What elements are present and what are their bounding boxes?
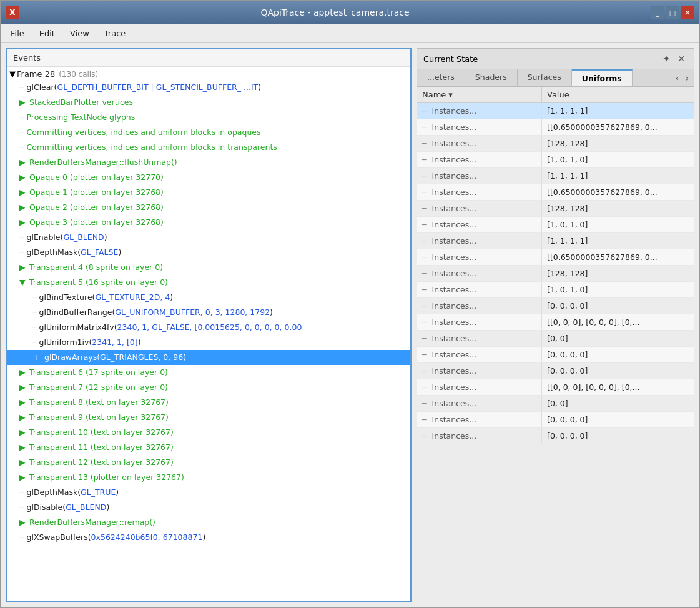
- row-name: ─Instances...: [417, 184, 542, 200]
- list-item[interactable]: ▶ RenderBuffersManager::flushUnmap(): [7, 155, 410, 170]
- row-name: ─Instances...: [417, 331, 542, 346]
- table-row[interactable]: ─Instances... [1, 0, 1, 0]: [417, 282, 694, 298]
- list-item[interactable]: ─ glClear(GL_DEPTH_BUFFER_BIT | GL_STENC…: [7, 80, 410, 95]
- row-value: [0, 0, 0, 0]: [542, 428, 694, 444]
- list-item[interactable]: ▶ Transparent 7 (12 sprite on layer 0): [7, 380, 410, 395]
- row-name: ─Instances...: [417, 282, 542, 297]
- titlebar: X QApiTrace - apptest_camera.trace _ □ ✕: [1, 1, 699, 24]
- row-name: ─Instances...: [417, 217, 542, 232]
- table-row[interactable]: ─Instances... [128, 128]: [417, 201, 694, 217]
- list-item[interactable]: ▶ StackedBarPlotter vertices: [7, 95, 410, 110]
- list-item[interactable]: ─ glBindBufferRange(GL_UNIFORM_BUFFER, 0…: [7, 305, 410, 320]
- table-row[interactable]: ─Instances... [1, 1, 1, 1]: [417, 233, 694, 249]
- row-value: [128, 128]: [542, 136, 694, 151]
- table-row[interactable]: ─Instances... [0, 0, 0, 0]: [417, 428, 694, 444]
- list-item[interactable]: ─ Committing vertices, indices and unifo…: [7, 140, 410, 155]
- list-item[interactable]: ─ glXSwapBuffers(0x5624240b65f0, 6710887…: [7, 530, 410, 545]
- list-item[interactable]: ▶ Transparent 6 (17 sprite on layer 0): [7, 365, 410, 380]
- tab-next-button[interactable]: ›: [683, 72, 691, 84]
- menu-file[interactable]: File: [3, 26, 32, 41]
- list-item[interactable]: ▼ Transparent 5 (16 sprite on layer 0): [7, 275, 410, 290]
- list-item[interactable]: ▶ Transparent 11 (text on layer 32767): [7, 440, 410, 455]
- menu-edit[interactable]: Edit: [32, 26, 62, 41]
- window-controls: _ □ ✕: [651, 6, 694, 19]
- tab-shaders[interactable]: Shaders: [465, 69, 518, 86]
- list-item[interactable]: ▶ Opaque 1 (plotter on layer 32768): [7, 185, 410, 200]
- row-value: [0, 0, 0, 0]: [542, 363, 694, 379]
- settings-icon[interactable]: ✦: [660, 52, 673, 65]
- list-item[interactable]: ─ glUniformMatrix4fv(2340, 1, GL_FALSE, …: [7, 320, 410, 335]
- menu-view[interactable]: View: [62, 26, 97, 41]
- table-row[interactable]: ─Instances... [1, 0, 1, 0]: [417, 217, 694, 233]
- table-row[interactable]: ─Instances... [128, 128]: [417, 136, 694, 152]
- content-area: Events ▼ Frame 28 (130 calls) ─ glClear(…: [1, 43, 699, 607]
- app-icon: X: [6, 6, 19, 19]
- table-row[interactable]: ─Instances... [0, 0, 0, 0]: [417, 412, 694, 428]
- tab-prev-button[interactable]: ‹: [673, 72, 682, 84]
- list-item[interactable]: ─ Committing vertices, indices and unifo…: [7, 125, 410, 140]
- list-item-selected[interactable]: i glDrawArrays(GL_TRIANGLES, 0, 96): [7, 350, 410, 365]
- state-panel-title: Current State: [423, 54, 478, 64]
- maximize-button[interactable]: □: [666, 6, 679, 19]
- table-row[interactable]: ─Instances... [1, 1, 1, 1]: [417, 168, 694, 184]
- table-row[interactable]: ─Instances... [0, 0, 0, 0]: [417, 298, 694, 314]
- list-item[interactable]: ▶ Transparent 4 (8 sprite on layer 0): [7, 260, 410, 275]
- close-button[interactable]: ✕: [681, 6, 694, 19]
- window-title: QApiTrace - apptest_camera.trace: [24, 7, 646, 17]
- row-name: ─Instances...: [417, 266, 542, 281]
- state-panel-controls: ✦ ✕: [660, 52, 688, 65]
- table-row[interactable]: ─Instances... [[0, 0, 0], [0, 0, 0], [0,…: [417, 379, 694, 396]
- list-item[interactable]: ─ glDepthMask(GL_FALSE): [7, 245, 410, 260]
- row-value: [0, 0, 0, 0]: [542, 412, 694, 427]
- list-item[interactable]: ─ glDisable(GL_BLEND): [7, 500, 410, 515]
- sort-icon: ▾: [448, 90, 453, 99]
- table-row[interactable]: ─Instances... [1, 0, 1, 0]: [417, 152, 694, 168]
- list-item[interactable]: ─ glBindTexture(GL_TEXTURE_2D, 4): [7, 290, 410, 305]
- tab-parameters[interactable]: ...eters: [417, 69, 465, 86]
- events-list[interactable]: ▼ Frame 28 (130 calls) ─ glClear(GL_DEPT…: [7, 67, 410, 601]
- events-panel: Events ▼ Frame 28 (130 calls) ─ glClear(…: [6, 48, 412, 602]
- list-item[interactable]: ▶ Opaque 3 (plotter on layer 32768): [7, 215, 410, 230]
- list-item[interactable]: ▶ Transparent 13 (plotter on layer 32767…: [7, 470, 410, 485]
- list-item[interactable]: ▶ Transparent 9 (text on layer 32767): [7, 410, 410, 425]
- table-row[interactable]: ─Instances... [[0.6500000357627869, 0...: [417, 249, 694, 266]
- frame-calls: (130 calls): [59, 70, 98, 79]
- row-value: [0, 0]: [542, 396, 694, 411]
- row-name: ─Instances...: [417, 363, 542, 379]
- minimize-button[interactable]: _: [651, 6, 664, 19]
- table-row[interactable]: ─Instances... [0, 0]: [417, 396, 694, 412]
- column-name-header[interactable]: Name ▾: [417, 87, 542, 102]
- row-value: [[0.6500000357627869, 0...: [542, 184, 694, 200]
- list-item[interactable]: ─ glEnable(GL_BLEND): [7, 230, 410, 245]
- table-row[interactable]: ─Instances... [[0.6500000357627869, 0...: [417, 119, 694, 136]
- list-item[interactable]: ▶ Transparent 12 (text on layer 32767): [7, 455, 410, 470]
- table-row[interactable]: ─Instances... [0, 0, 0, 0]: [417, 347, 694, 363]
- table-row[interactable]: ─Instances... [1, 1, 1, 1]: [417, 103, 694, 119]
- tab-surfaces[interactable]: Surfaces: [518, 69, 572, 86]
- close-state-button[interactable]: ✕: [675, 52, 688, 65]
- collapse-icon[interactable]: ▼: [9, 69, 17, 79]
- list-item[interactable]: ▶ Opaque 2 (plotter on layer 32768): [7, 200, 410, 215]
- list-item[interactable]: ▶ Transparent 8 (text on layer 32767): [7, 395, 410, 410]
- table-row[interactable]: ─Instances... [[0, 0, 0], [0, 0, 0], [0,…: [417, 314, 694, 331]
- list-item[interactable]: ▶ Transparent 10 (text on layer 32767): [7, 425, 410, 440]
- tabs-bar: ...eters Shaders Surfaces Uniforms ‹ ›: [417, 69, 694, 87]
- state-panel: Current State ✦ ✕ ...eters Shaders Surfa…: [417, 48, 694, 602]
- row-value: [[0, 0, 0], [0, 0, 0], [0,...: [542, 314, 694, 330]
- uniforms-table[interactable]: ─Instances... [1, 1, 1, 1] ─Instances...…: [417, 103, 694, 602]
- list-item[interactable]: ─ Processing TextNode glyphs: [7, 110, 410, 125]
- table-row[interactable]: ─Instances... [128, 128]: [417, 266, 694, 282]
- list-item[interactable]: ─ glUniform1iv(2341, 1, [0]): [7, 335, 410, 350]
- info-icon: i: [32, 354, 41, 362]
- table-row[interactable]: ─Instances... [0, 0]: [417, 331, 694, 347]
- frame-label: Frame 28: [17, 69, 55, 79]
- row-value: [1, 0, 1, 0]: [542, 282, 694, 297]
- list-item[interactable]: ─ glDepthMask(GL_TRUE): [7, 485, 410, 500]
- list-item[interactable]: ▶ RenderBuffersManager::remap(): [7, 515, 410, 530]
- list-item[interactable]: ▶ Opaque 0 (plotter on layer 32770): [7, 170, 410, 185]
- tab-uniforms[interactable]: Uniforms: [572, 69, 633, 86]
- menubar: File Edit View Trace: [1, 24, 699, 43]
- menu-trace[interactable]: Trace: [97, 26, 134, 41]
- table-row[interactable]: ─Instances... [[0.6500000357627869, 0...: [417, 184, 694, 201]
- table-row[interactable]: ─Instances... [0, 0, 0, 0]: [417, 363, 694, 379]
